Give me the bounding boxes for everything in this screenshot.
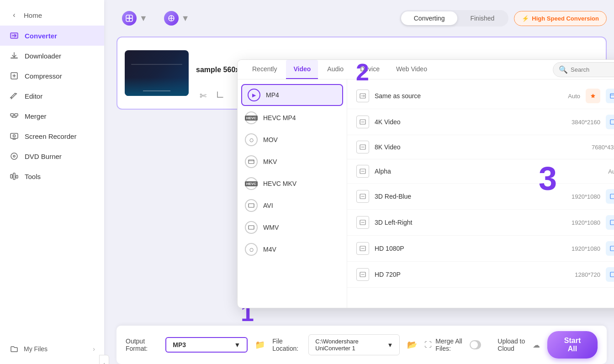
add-url-icon bbox=[164, 11, 179, 26]
my-files-arrow: › bbox=[93, 345, 95, 353]
svg-rect-21 bbox=[610, 120, 614, 124]
format-item-hevc-mp4[interactable]: HEVC HEVC MP4 bbox=[238, 107, 347, 129]
preset-settings-hd1080[interactable] bbox=[606, 241, 614, 256]
svg-rect-27 bbox=[610, 220, 614, 225]
preset-hd720[interactable]: HD 720P 1280*720 bbox=[347, 262, 614, 288]
search-icon: 🔍 bbox=[559, 65, 568, 74]
upload-cloud-label: Upload to Cloud bbox=[498, 338, 530, 352]
preset-name-4k: 4K Video bbox=[375, 118, 554, 126]
preset-settings-hd720[interactable] bbox=[606, 267, 614, 282]
finished-tab[interactable]: Finished bbox=[457, 11, 507, 25]
format-item-wmv[interactable]: WMV bbox=[238, 216, 347, 238]
preset-settings-3d-lr[interactable] bbox=[606, 215, 614, 230]
add-url-button[interactable]: ▼ bbox=[159, 7, 195, 29]
high-speed-button[interactable]: ⚡ High Speed Conversion bbox=[514, 11, 607, 26]
format-popup: Recently Video Audio Device Web Video 🔍 … bbox=[237, 59, 614, 308]
tab-video[interactable]: Video bbox=[286, 60, 318, 79]
tab-recently[interactable]: Recently bbox=[245, 60, 284, 79]
preset-3d-red-blue[interactable]: 3D Red-Blue 1920*1080 bbox=[347, 184, 614, 210]
converting-tab[interactable]: Converting bbox=[401, 11, 458, 25]
downloader-icon bbox=[9, 51, 19, 61]
preset-settings-4k[interactable] bbox=[606, 115, 614, 129]
format-item-mp4[interactable]: ▶ MP4 bbox=[241, 84, 343, 106]
merge-files-section: ⛶ Merge All Files: bbox=[424, 338, 481, 352]
format-search[interactable]: 🔍 bbox=[553, 62, 614, 77]
preset-icon-8k bbox=[356, 141, 369, 153]
sidebar-item-home[interactable]: ‹ Home bbox=[0, 5, 104, 26]
avi-icon bbox=[245, 199, 258, 212]
file-location-select[interactable]: C:\Wondershare UniConverter 1 ▼ bbox=[308, 334, 400, 355]
screen-recorder-icon bbox=[9, 131, 19, 141]
sidebar-item-downloader[interactable]: Downloader bbox=[0, 46, 104, 66]
tools-icon bbox=[9, 171, 19, 181]
sidebar-collapse-button[interactable]: ‹ bbox=[99, 355, 109, 364]
screen-recorder-label: Screen Recorder bbox=[25, 132, 76, 140]
mode-toggle: Converting Finished bbox=[400, 10, 509, 26]
merge-toggle[interactable] bbox=[470, 340, 481, 349]
dvd-burner-icon bbox=[9, 151, 19, 161]
preset-8k[interactable]: 8K Video 7680*4320 bbox=[347, 135, 614, 159]
start-all-button[interactable]: Start All bbox=[547, 331, 598, 359]
preset-icon-alpha bbox=[356, 165, 369, 178]
scissors-icon[interactable]: ✄ bbox=[200, 91, 206, 101]
svg-rect-10 bbox=[11, 174, 12, 178]
preset-name-3d-rb: 3D Red-Blue bbox=[375, 193, 554, 200]
sidebar-item-converter[interactable]: Converter bbox=[0, 26, 104, 46]
preset-res-hd1080: 1920*1080 bbox=[559, 245, 600, 252]
hevc-mp4-label: HEVC MP4 bbox=[263, 114, 296, 121]
home-label: Home bbox=[24, 11, 42, 19]
preset-res-hd720: 1280*720 bbox=[559, 271, 600, 278]
preset-settings-same[interactable] bbox=[606, 89, 614, 103]
add-files-icon bbox=[122, 11, 137, 26]
format-item-hevc-mkv[interactable]: HEVC HEVC MKV bbox=[238, 173, 347, 195]
add-files-button[interactable]: ▼ bbox=[116, 7, 153, 29]
avi-label: AVI bbox=[263, 202, 273, 209]
hevc-mkv-icon: HEVC bbox=[245, 177, 258, 190]
lightning-icon: ⚡ bbox=[522, 15, 529, 22]
crop-icon[interactable] bbox=[216, 90, 225, 101]
svg-point-9 bbox=[13, 155, 15, 157]
preset-name-8k: 8K Video bbox=[375, 143, 574, 151]
folder-icon: 📁 bbox=[255, 340, 265, 350]
sidebar-item-screen-recorder[interactable]: Screen Recorder bbox=[0, 126, 104, 146]
format-list: ▶ MP4 HEVC HEVC MP4 ◌ MOV M bbox=[238, 79, 347, 308]
preset-settings-3d-rb[interactable] bbox=[606, 189, 614, 204]
preset-action-same[interactable] bbox=[586, 89, 600, 103]
preset-3d-left-right[interactable]: 3D Left-Right 1920*1080 bbox=[347, 210, 614, 236]
m4v-icon: ◌ bbox=[245, 243, 258, 256]
file-thumbnail bbox=[125, 50, 189, 96]
format-item-mov[interactable]: ◌ MOV bbox=[238, 129, 347, 151]
preset-name-hd720: HD 720P bbox=[375, 271, 554, 278]
sidebar-item-compressor[interactable]: Compressor bbox=[0, 66, 104, 86]
upload-cloud-section[interactable]: Upload to Cloud ☁ bbox=[498, 338, 540, 352]
sidebar-item-merger[interactable]: Merger bbox=[0, 106, 104, 126]
sidebar-item-editor[interactable]: Editor bbox=[0, 86, 104, 106]
sidebar-item-my-files[interactable]: My Files › bbox=[0, 338, 104, 359]
preset-same-as-source[interactable]: Same as source Auto bbox=[347, 83, 614, 109]
preset-icon-3d-rb bbox=[356, 190, 369, 203]
compressor-icon bbox=[9, 71, 19, 81]
compressor-label: Compressor bbox=[25, 72, 62, 80]
tab-web-video[interactable]: Web Video bbox=[389, 60, 434, 79]
preset-name-same: Same as source bbox=[375, 92, 534, 100]
output-format-label: Output Format: bbox=[126, 338, 158, 352]
sidebar: ‹ Home Converter Downloader bbox=[0, 0, 104, 364]
output-format-select[interactable]: MP3 ▼ bbox=[165, 337, 248, 353]
preset-res-same: Auto bbox=[539, 93, 580, 100]
sidebar-item-dvd-burner[interactable]: DVD Burner bbox=[0, 146, 104, 166]
preset-hd1080[interactable]: HD 1080P 1920*1080 bbox=[347, 236, 614, 262]
preset-icon-hd1080 bbox=[356, 242, 369, 255]
preset-res-8k: 7680*4320 bbox=[579, 144, 614, 151]
format-item-mkv[interactable]: MKV bbox=[238, 151, 347, 173]
location-dropdown-icon: ▼ bbox=[387, 342, 393, 348]
preset-alpha[interactable]: Alpha Auto bbox=[347, 159, 614, 184]
preset-name-3d-lr: 3D Left-Right bbox=[375, 219, 554, 226]
format-item-m4v[interactable]: ◌ M4V bbox=[238, 238, 347, 260]
search-input[interactable] bbox=[571, 66, 614, 73]
preset-4k[interactable]: 4K Video 3840*2160 bbox=[347, 109, 614, 135]
tab-audio[interactable]: Audio bbox=[320, 60, 351, 79]
merger-label: Merger bbox=[25, 112, 47, 120]
svg-rect-19 bbox=[610, 94, 614, 98]
format-item-avi[interactable]: AVI bbox=[238, 195, 347, 216]
sidebar-item-tools[interactable]: Tools bbox=[0, 166, 104, 186]
